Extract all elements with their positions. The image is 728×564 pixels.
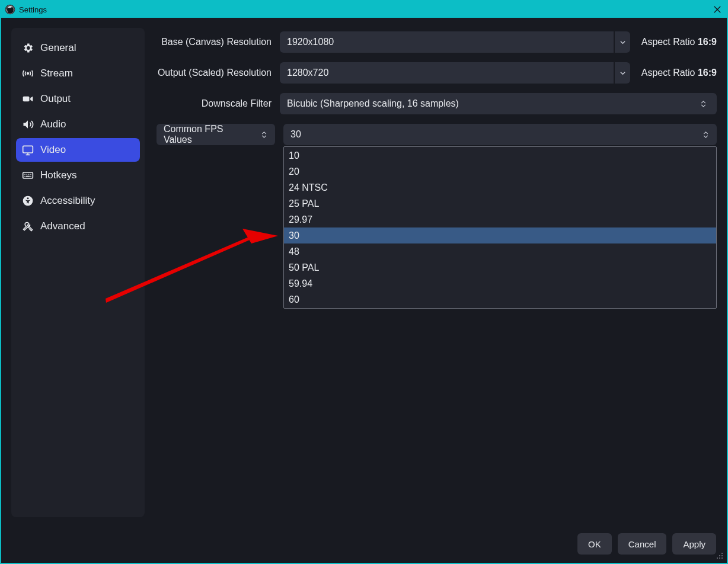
- sidebar-item-label: Video: [40, 144, 66, 156]
- window-body: General Stream Output: [2, 19, 726, 562]
- fps-option[interactable]: 30: [284, 227, 716, 243]
- keyboard-icon: [22, 169, 34, 181]
- row-base-resolution: Base (Canvas) Resolution 1920x1080 Aspec…: [157, 31, 717, 53]
- close-icon[interactable]: [711, 4, 723, 15]
- row-downscale-filter: Downscale Filter Bicubic (Sharpened scal…: [157, 93, 717, 114]
- sidebar-item-label: Hotkeys: [40, 169, 76, 181]
- obs-icon: [5, 4, 15, 15]
- accessibility-icon: [22, 195, 34, 207]
- svg-point-15: [721, 557, 723, 559]
- tools-icon: [22, 220, 34, 232]
- content-area: General Stream Output: [2, 19, 726, 526]
- fps-value: 30: [290, 129, 301, 140]
- updown-icon: [257, 127, 270, 142]
- svg-point-13: [717, 557, 718, 559]
- svg-point-2: [27, 73, 29, 75]
- fps-dropdown[interactable]: 102024 NTSC25 PAL29.97304850 PAL59.9460: [283, 146, 717, 309]
- svg-rect-5: [23, 172, 33, 178]
- base-resolution-dropdown-button[interactable]: [615, 31, 630, 53]
- row-fps: Common FPS Values 30: [157, 124, 717, 145]
- output-resolution-input[interactable]: 1280x720: [280, 62, 614, 84]
- resize-grip-icon[interactable]: [716, 552, 723, 559]
- svg-rect-4: [23, 146, 33, 153]
- antenna-icon: [22, 68, 34, 79]
- ok-button[interactable]: OK: [577, 533, 612, 555]
- titlebar: Settings: [1, 1, 727, 18]
- svg-point-12: [721, 555, 723, 556]
- fps-option[interactable]: 20: [284, 164, 716, 180]
- camera-icon: [22, 93, 34, 105]
- sidebar-item-label: Stream: [40, 68, 73, 79]
- fps-mode-select[interactable]: Common FPS Values: [157, 124, 275, 145]
- svg-point-14: [719, 557, 720, 559]
- row-output-resolution: Output (Scaled) Resolution 1280x720 Aspe…: [157, 62, 717, 84]
- svg-point-10: [721, 553, 723, 554]
- fps-option[interactable]: 59.94: [284, 275, 716, 291]
- fps-option[interactable]: 50 PAL: [284, 259, 716, 275]
- fps-option[interactable]: 25 PAL: [284, 196, 716, 212]
- video-settings-panel: Base (Canvas) Resolution 1920x1080 Aspec…: [157, 28, 717, 517]
- sidebar-item-audio[interactable]: Audio: [16, 113, 140, 136]
- fps-option[interactable]: 10: [284, 148, 716, 164]
- downscale-filter-label: Downscale Filter: [157, 98, 275, 109]
- base-aspect-ratio: Aspect Ratio 16:9: [635, 37, 717, 47]
- sidebar-item-label: Advanced: [40, 220, 85, 232]
- base-resolution-combo[interactable]: 1920x1080: [280, 31, 630, 53]
- base-resolution-label: Base (Canvas) Resolution: [157, 37, 275, 47]
- sidebar-item-video[interactable]: Video: [16, 138, 140, 162]
- apply-button[interactable]: Apply: [672, 533, 716, 555]
- svg-point-7: [27, 197, 29, 199]
- svg-point-11: [719, 555, 720, 556]
- sidebar-item-accessibility[interactable]: Accessibility: [16, 189, 140, 213]
- sidebar-item-hotkeys[interactable]: Hotkeys: [16, 164, 140, 187]
- dialog-footer: OK Cancel Apply: [2, 526, 726, 562]
- fps-option[interactable]: 48: [284, 243, 716, 259]
- sidebar-item-label: Output: [40, 93, 71, 105]
- svg-marker-8: [242, 229, 278, 243]
- fps-option[interactable]: 60: [284, 291, 716, 307]
- output-resolution-label: Output (Scaled) Resolution: [157, 68, 275, 78]
- gear-icon: [22, 42, 34, 54]
- svg-rect-3: [23, 97, 30, 101]
- sidebar-item-label: Audio: [40, 118, 66, 130]
- fps-mode-value: Common FPS Values: [164, 124, 254, 145]
- fps-option[interactable]: 29.97: [284, 212, 716, 227]
- downscale-filter-value: Bicubic (Sharpened scaling, 16 samples): [287, 98, 459, 109]
- sidebar: General Stream Output: [11, 28, 145, 517]
- sidebar-item-stream[interactable]: Stream: [16, 62, 140, 85]
- output-aspect-ratio: Aspect Ratio 16:9: [635, 68, 717, 78]
- window-title: Settings: [19, 5, 711, 14]
- sidebar-item-label: General: [40, 42, 76, 54]
- sidebar-item-label: Accessibility: [40, 195, 95, 207]
- monitor-icon: [22, 144, 34, 156]
- downscale-filter-select[interactable]: Bicubic (Sharpened scaling, 16 samples): [280, 93, 717, 114]
- output-resolution-dropdown-button[interactable]: [615, 62, 630, 84]
- sidebar-item-general[interactable]: General: [16, 36, 140, 60]
- fps-option[interactable]: 24 NTSC: [284, 180, 716, 196]
- updown-icon: [699, 127, 712, 142]
- output-resolution-combo[interactable]: 1280x720: [280, 62, 630, 84]
- updown-icon: [697, 97, 710, 111]
- sidebar-item-advanced[interactable]: Advanced: [16, 214, 140, 238]
- base-resolution-input[interactable]: 1920x1080: [280, 31, 614, 53]
- sidebar-item-output[interactable]: Output: [16, 87, 140, 111]
- fps-value-select[interactable]: 30: [283, 124, 717, 145]
- speaker-icon: [22, 118, 34, 130]
- settings-window: Settings General Stream: [0, 0, 728, 564]
- cancel-button[interactable]: Cancel: [618, 533, 667, 555]
